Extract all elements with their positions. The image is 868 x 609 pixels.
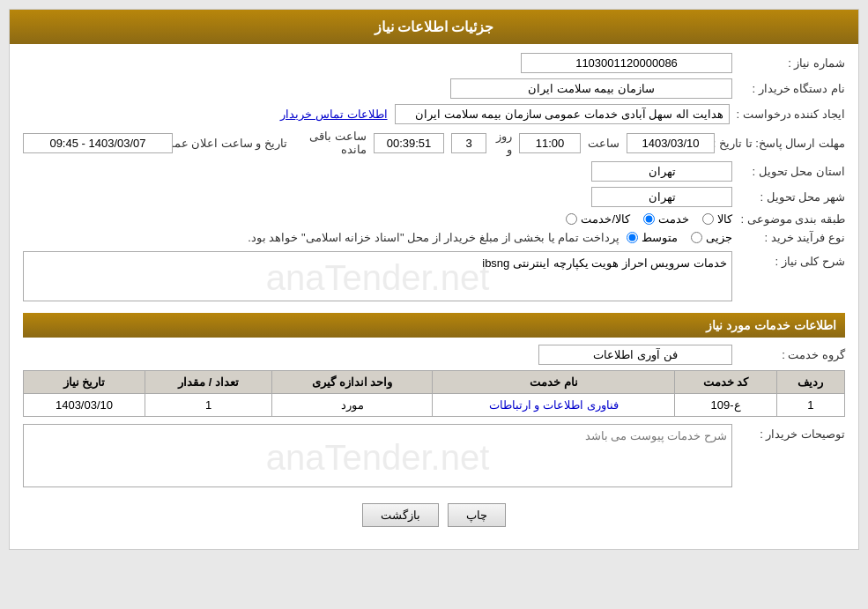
- table-row: 1 ع-109 فناوری اطلاعات و ارتباطات مورد 1…: [24, 394, 845, 417]
- cell-tedad: 1: [145, 394, 271, 417]
- ijadKonande-label: ایجاد کننده درخواست :: [737, 108, 845, 121]
- cell-namKhedmat[interactable]: فناوری اطلاعات و ارتباطات: [433, 394, 675, 417]
- button-row: چاپ بازگشت: [23, 503, 845, 527]
- mohlat-countdown-input[interactable]: [374, 133, 444, 153]
- tosifat-textarea[interactable]: [23, 424, 732, 487]
- noeFarayand-jozyi-radio[interactable]: [691, 232, 702, 243]
- noeFarayand-motavaset-item: متوسط: [627, 231, 678, 244]
- col-namKhedmat: نام خدمت: [433, 371, 675, 394]
- namDastgah-label: نام دستگاه خریدار :: [739, 82, 845, 95]
- print-button[interactable]: چاپ: [448, 503, 506, 527]
- noeFarayand-motavaset-label: متوسط: [642, 231, 678, 244]
- namDastgah-input[interactable]: [450, 78, 732, 99]
- cell-radif: 1: [776, 394, 844, 417]
- mohlat-roz-input[interactable]: [451, 133, 486, 153]
- noeFarayand-jozyi-item: جزیی: [691, 231, 732, 244]
- tabagheBandi-khedmat-radio[interactable]: [643, 213, 655, 225]
- shahr-input[interactable]: [591, 187, 732, 207]
- noeFarayand-motavaset-radio[interactable]: [627, 232, 638, 243]
- tosifat-container: anaTender.net: [23, 424, 732, 490]
- tabagheBandi-kalaKhedmat-radio[interactable]: [566, 213, 577, 225]
- ijadKonande-input[interactable]: [395, 104, 730, 124]
- sharhKoli-container: خدمات سرویس احراز هویت یکپارچه اینترنتی …: [23, 251, 732, 304]
- noeFarayand-jozyi-label: جزیی: [706, 231, 732, 244]
- mohlat-roz-label: روز و: [493, 130, 512, 156]
- cell-tarikh: 1403/03/10: [24, 394, 145, 417]
- tabagheBandi-kala-radio[interactable]: [702, 213, 714, 225]
- col-kodKhedmat: کد خدمت: [675, 371, 776, 394]
- ostan-row: استان محل تحویل :: [23, 161, 845, 182]
- noeFarayand-row: نوع فرآیند خرید : جزیی متوسط پرداخت تمام…: [23, 231, 845, 244]
- shahr-row: شهر محل تحویل :: [23, 187, 845, 207]
- tabagheBandi-radios: کالا خدمت کالا/خدمت: [566, 212, 732, 226]
- tabagheBandi-kala-item: کالا: [702, 212, 732, 226]
- tarikh-label: تاریخ و ساعت اعلان عمومی :: [180, 137, 287, 150]
- sharhKoli-label: شرح کلی نیاز :: [739, 251, 845, 268]
- mohlat-label: مهلت ارسال پاسخ: تا تاریخ :: [722, 137, 845, 150]
- noeFarayand-radios: جزیی متوسط: [627, 231, 732, 244]
- shahr-label: شهر محل تحویل :: [739, 190, 845, 204]
- service-section-header: اطلاعات خدمات مورد نیاز: [23, 313, 845, 338]
- mohlat-saat-input[interactable]: [519, 133, 581, 153]
- mohlat-saat-label: ساعت: [588, 137, 619, 150]
- namDastgah-row: نام دستگاه خریدار :: [23, 78, 845, 99]
- page-container: جزئیات اطلاعات نیاز شماره نیاز : نام دست…: [9, 9, 859, 550]
- tarikh-input[interactable]: [23, 133, 173, 153]
- cell-vahed: مورد: [272, 394, 433, 417]
- shomareNiaz-label: شماره نیاز :: [739, 56, 845, 70]
- groheKhedmat-input[interactable]: [538, 345, 732, 365]
- noeFarayand-description: پرداخت تمام یا بخشی از مبلغ خریدار از مح…: [248, 231, 619, 244]
- mohlat-row: مهلت ارسال پاسخ: تا تاریخ : ساعت روز و س…: [23, 130, 845, 156]
- groheKhedmat-label: گروه خدمت :: [739, 348, 845, 361]
- ijadKonande-row: ایجاد کننده درخواست : اطلاعات تماس خریدا…: [23, 104, 845, 124]
- tosifat-label: توصیحات خریدار :: [739, 424, 845, 441]
- groheKhedmat-row: گروه خدمت :: [23, 345, 845, 365]
- service-table: ردیف کد خدمت نام خدمت واحد اندازه گیری ت…: [23, 370, 845, 417]
- main-content: شماره نیاز : نام دستگاه خریدار : ایجاد ک…: [10, 44, 858, 549]
- ostan-label: استان محل تحویل :: [739, 165, 845, 178]
- col-tedad: تعداد / مقدار: [145, 371, 271, 394]
- page-header: جزئیات اطلاعات نیاز: [10, 10, 858, 44]
- tabagheBandi-kalaKhedmat-label: کالا/خدمت: [581, 212, 630, 226]
- noeFarayand-label: نوع فرآیند خرید :: [739, 231, 845, 244]
- page-title: جزئیات اطلاعات نیاز: [375, 19, 494, 34]
- tabagheBandi-khedmat-label: خدمت: [658, 212, 689, 226]
- shomareNiaz-input[interactable]: [521, 53, 732, 73]
- tabagheBandi-khedmat-item: خدمت: [643, 212, 689, 226]
- ostan-input[interactable]: [591, 161, 732, 182]
- tabagheBandi-kala-label: کالا: [717, 212, 732, 226]
- cell-kodKhedmat: ع-109: [675, 394, 776, 417]
- tosifat-row: توصیحات خریدار : anaTender.net: [23, 424, 845, 490]
- col-tarikh: تاریخ نیاز: [24, 371, 145, 394]
- mohlat-remaining-label: ساعت باقی مانده: [301, 130, 367, 156]
- col-radif: ردیف: [776, 371, 844, 394]
- tabagheBandi-kalaKhedmat-item: کالا/خدمت: [566, 212, 630, 226]
- service-section-label: اطلاعات خدمات مورد نیاز: [706, 318, 836, 332]
- ijadKonande-link[interactable]: اطلاعات تماس خریدار: [280, 108, 387, 121]
- back-button[interactable]: بازگشت: [362, 503, 439, 527]
- tabagheBandi-row: طبقه بندی موضوعی : کالا خدمت کالا/خدمت: [23, 212, 845, 226]
- mohlat-date-input[interactable]: [627, 133, 715, 153]
- col-vahed: واحد اندازه گیری: [272, 371, 433, 394]
- sharhKoli-row: شرح کلی نیاز : خدمات سرویس احراز هویت یک…: [23, 251, 845, 304]
- sharhKoli-textarea[interactable]: خدمات سرویس احراز هویت یکپارچه اینترنتی …: [23, 251, 732, 301]
- shomareNiaz-row: شماره نیاز :: [23, 53, 845, 73]
- tabagheBandi-label: طبقه بندی موضوعی :: [739, 212, 845, 226]
